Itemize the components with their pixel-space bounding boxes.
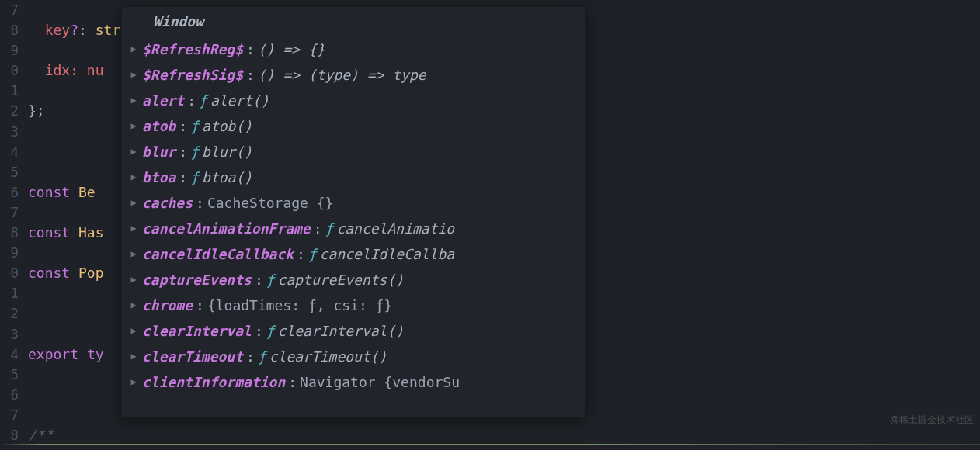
line-number: 1: [0, 81, 19, 101]
function-icon: ƒ: [258, 347, 266, 367]
tooltip-property-row[interactable]: ▶$RefreshReg$: () => {}: [128, 36, 585, 62]
expand-triangle-icon[interactable]: ▶: [128, 94, 139, 107]
expand-triangle-icon[interactable]: ▶: [128, 145, 139, 158]
line-number: 7: [0, 405, 19, 425]
expand-triangle-icon[interactable]: ▶: [128, 222, 139, 235]
property-name: captureEvents: [142, 270, 252, 290]
property-value: cancelAnimatio: [336, 219, 454, 239]
property-name: alert: [142, 91, 184, 111]
line-number: 4: [0, 344, 19, 365]
property-name: clientInformation: [142, 372, 285, 393]
tooltip-properties[interactable]: ▶$RefreshReg$: () => {}▶$RefreshSig$: ()…: [122, 36, 585, 395]
line-number: 2: [0, 101, 19, 121]
property-value: alert(): [210, 91, 269, 111]
tooltip-property-row[interactable]: ▶blur: ƒ blur(): [128, 139, 585, 164]
tooltip-property-row[interactable]: ▶captureEvents: ƒ captureEvents(): [128, 267, 585, 292]
line-number: 9: [0, 40, 19, 61]
expand-triangle-icon[interactable]: ▶: [128, 171, 139, 184]
property-name: clearTimeout: [142, 347, 243, 367]
watermark: @稀土掘金技术社区: [890, 414, 974, 427]
line-number: 2: [0, 303, 19, 324]
expand-triangle-icon[interactable]: ▶: [128, 119, 139, 133]
debug-hover-tooltip[interactable]: Window ▶$RefreshReg$: () => {}▶$RefreshS…: [121, 6, 586, 417]
property-name: caches: [142, 193, 193, 213]
expand-triangle-icon[interactable]: ▶: [128, 196, 139, 209]
line-number: 0: [0, 61, 19, 81]
property-value: () => {}: [258, 40, 325, 60]
expand-triangle-icon[interactable]: ▶: [128, 299, 139, 312]
property-name: btoa: [142, 168, 175, 188]
line-number: 1: [0, 283, 19, 303]
expand-triangle-icon[interactable]: ▶: [128, 350, 139, 363]
expand-triangle-icon[interactable]: ▶: [128, 248, 139, 261]
tooltip-property-row[interactable]: ▶atob: ƒ atob(): [128, 113, 585, 139]
code-line[interactable]: /**: [28, 425, 980, 445]
property-name: blur: [142, 142, 175, 162]
line-number: 0: [0, 263, 19, 283]
property-name: clearInterval: [142, 321, 252, 341]
line-number: 5: [0, 365, 19, 385]
property-value: () => (type) => type: [258, 65, 426, 85]
editor-underline: [0, 444, 980, 445]
property-value: CacheStorage {}: [207, 193, 334, 213]
expand-triangle-icon[interactable]: ▶: [128, 43, 139, 56]
tooltip-property-row[interactable]: ▶cancelIdleCallback: ƒ cancelIdleCallba: [128, 241, 585, 267]
function-icon: ƒ: [190, 142, 199, 162]
function-icon: ƒ: [199, 91, 207, 111]
tooltip-property-row[interactable]: ▶clearInterval: ƒ clearInterval(): [128, 318, 585, 344]
property-value: btoa(): [202, 168, 252, 188]
tooltip-property-row[interactable]: ▶clientInformation: Navigator {vendorSu: [128, 369, 585, 395]
tooltip-property-row[interactable]: ▶caches: CacheStorage {}: [128, 190, 585, 216]
line-number: 4: [0, 142, 19, 162]
function-icon: ƒ: [266, 321, 275, 341]
line-number: 6: [0, 385, 19, 405]
line-number: 7: [0, 202, 19, 223]
tooltip-property-row[interactable]: ▶cancelAnimationFrame: ƒ cancelAnimatio: [128, 216, 585, 241]
tooltip-property-row[interactable]: ▶clearTimeout: ƒ clearTimeout(): [128, 344, 585, 369]
property-value: atob(): [202, 116, 252, 137]
property-name: $RefreshSig$: [142, 65, 243, 85]
line-number: 8: [0, 223, 19, 243]
property-name: $RefreshReg$: [142, 40, 243, 60]
line-number: 5: [0, 162, 19, 182]
property-value: clearTimeout(): [269, 347, 387, 367]
tooltip-property-row[interactable]: ▶chrome: {loadTimes: ƒ, csi: ƒ}: [128, 292, 585, 318]
property-name: chrome: [142, 296, 193, 316]
expand-triangle-icon[interactable]: ▶: [128, 273, 139, 286]
expand-triangle-icon[interactable]: ▶: [128, 324, 139, 338]
line-number-gutter: 7 8 9 0 1 2 3 4 5 6 7 8 9 0 1 2 3 4 5 6 …: [0, 0, 28, 450]
function-icon: ƒ: [190, 116, 199, 137]
property-value: clearInterval(): [278, 321, 405, 341]
function-icon: ƒ: [190, 168, 199, 188]
expand-triangle-icon[interactable]: ▶: [128, 68, 139, 81]
property-name: cancelAnimationFrame: [142, 219, 311, 239]
property-value: Navigator {vendorSu: [300, 372, 460, 393]
line-number: 6: [0, 182, 19, 202]
line-number: 7: [0, 0, 19, 20]
property-name: cancelIdleCallback: [142, 244, 294, 265]
function-icon: ƒ: [325, 219, 334, 239]
line-number: 3: [0, 324, 19, 344]
function-icon: ƒ: [308, 244, 317, 265]
line-number: 3: [0, 122, 19, 142]
function-icon: ƒ: [266, 270, 275, 290]
line-number: 8: [0, 425, 19, 445]
property-value: blur(): [202, 142, 252, 162]
property-name: atob: [142, 116, 175, 137]
property-value: captureEvents(): [278, 270, 405, 290]
property-value: {loadTimes: ƒ, csi: ƒ}: [207, 296, 392, 316]
tooltip-property-row[interactable]: ▶alert: ƒ alert(): [128, 88, 585, 113]
tooltip-property-row[interactable]: ▶btoa: ƒ btoa(): [128, 164, 585, 190]
tooltip-property-row[interactable]: ▶$RefreshSig$: () => (type) => type: [128, 62, 585, 88]
line-number: 9: [0, 243, 19, 263]
expand-triangle-icon[interactable]: ▶: [128, 376, 139, 389]
tooltip-title: Window: [122, 7, 585, 36]
line-number: 8: [0, 20, 19, 40]
property-value: cancelIdleCallba: [320, 244, 454, 265]
